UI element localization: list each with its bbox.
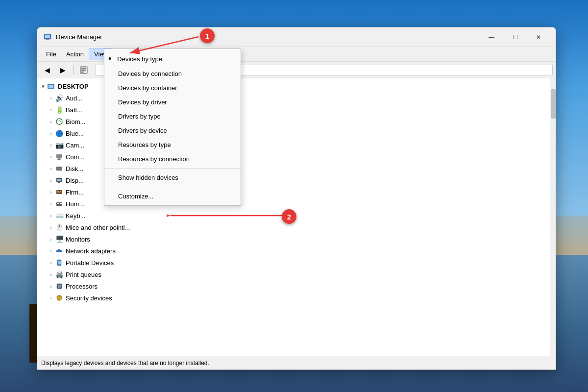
drivers-device-label: Drivers by device	[118, 127, 167, 134]
close-button[interactable]: ✕	[527, 30, 550, 45]
print-expand[interactable]: ›	[47, 272, 55, 277]
tree-item-processors[interactable]: › Processors	[37, 280, 135, 292]
root-label: DESKTOP	[58, 83, 89, 90]
biometric-expand[interactable]: ›	[47, 119, 55, 124]
menu-drivers-device[interactable]: Drivers by device	[104, 123, 241, 138]
tree-item-monitors[interactable]: › 🖥️ Monitors	[37, 233, 135, 245]
human-label: Hum...	[66, 200, 84, 208]
bluetooth-icon: 🔵	[55, 129, 64, 138]
tree-item-network[interactable]: › Network adapters	[37, 245, 135, 257]
svg-rect-2	[46, 39, 49, 40]
svg-rect-31	[58, 261, 61, 264]
svg-rect-1	[45, 35, 50, 38]
portable-label: Portable Devices	[66, 259, 114, 267]
firmware-icon	[55, 188, 64, 196]
devices-container-label: Devices by container	[118, 84, 177, 92]
security-icon: 🔒	[55, 294, 64, 302]
menu-devices-container[interactable]: Devices by container	[104, 81, 241, 95]
bluetooth-expand[interactable]: ›	[47, 131, 55, 136]
disk-expand[interactable]: ›	[47, 166, 55, 172]
computer-icon	[55, 152, 64, 161]
battery-label: Batt...	[66, 106, 82, 114]
tree-item-mice[interactable]: › 🖱️ Mice and other pointing devices	[37, 221, 135, 233]
menu-devices-type[interactable]: Devices by type	[104, 51, 241, 67]
menu-file[interactable]: File	[41, 49, 61, 60]
svg-point-32	[59, 265, 60, 266]
audio-icon: 🔊	[55, 94, 64, 102]
svg-rect-28	[56, 250, 62, 252]
forward-button[interactable]: ▶	[56, 64, 70, 76]
tree-item-print[interactable]: › 🖨️ Print queues	[37, 269, 135, 280]
tree-item-keyboard[interactable]: › ⌨️ Keyb...	[37, 210, 135, 221]
scrollbar-thumb[interactable]	[551, 89, 556, 119]
monitors-label: Monitors	[66, 236, 90, 243]
camera-icon: 📷	[55, 141, 64, 149]
biometric-label: Biom...	[66, 118, 85, 125]
battery-expand[interactable]: ›	[47, 107, 55, 113]
devices-type-label: Devices by type	[117, 55, 162, 63]
menu-show-hidden[interactable]: Show hidden devices	[104, 171, 241, 185]
resources-type-label: Resources by type	[118, 141, 171, 148]
tree-item-security[interactable]: › 🔒 Security devices	[37, 292, 135, 304]
tree-item-portable[interactable]: › Portable Devices	[37, 257, 135, 269]
customize-label: Customize...	[118, 193, 153, 200]
menu-devices-connection[interactable]: Devices by connection	[104, 67, 241, 81]
print-label: Print queues	[66, 271, 101, 278]
disk-icon	[55, 164, 64, 173]
svg-rect-24	[58, 203, 59, 204]
mice-expand[interactable]: ›	[47, 225, 55, 230]
properties-button[interactable]	[77, 64, 91, 76]
bluetooth-label: Blue...	[66, 130, 84, 137]
view-dropdown-menu: Devices by type Devices by connection De…	[104, 49, 241, 206]
monitors-expand[interactable]: ›	[47, 237, 55, 242]
toolbar-separator	[73, 65, 74, 75]
audio-expand[interactable]: ›	[47, 96, 55, 101]
computer-expand[interactable]: ›	[47, 154, 55, 160]
window-controls: — ☐ ✕	[480, 30, 550, 45]
menu-customize[interactable]: Customize...	[104, 189, 241, 203]
svg-rect-18	[56, 190, 62, 194]
svg-rect-25	[60, 203, 61, 204]
menu-drivers-type[interactable]: Drivers by type	[104, 109, 241, 123]
annotation-2: 2	[282, 209, 296, 224]
menu-action[interactable]: Action	[61, 49, 89, 60]
disk-label: Disk...	[66, 165, 83, 172]
vertical-scrollbar[interactable]	[550, 78, 556, 356]
maximize-button[interactable]: ☐	[504, 30, 526, 45]
svg-rect-17	[58, 182, 60, 183]
firmware-label: Firm...	[66, 189, 84, 196]
minimize-button[interactable]: —	[480, 30, 503, 45]
svg-rect-10	[56, 154, 62, 158]
root-expand-icon[interactable]: ▼	[39, 84, 47, 89]
svg-rect-5	[81, 70, 86, 71]
network-expand[interactable]: ›	[47, 248, 55, 254]
drivers-type-label: Drivers by type	[118, 113, 161, 120]
menu-resources-connection[interactable]: Resources by connection	[104, 152, 241, 166]
security-expand[interactable]: ›	[47, 295, 55, 301]
computer-label: Com...	[66, 153, 84, 161]
camera-label: Cam...	[66, 142, 84, 149]
resources-connection-label: Resources by connection	[118, 155, 190, 163]
menu-resources-type[interactable]: Resources by type	[104, 138, 241, 152]
keyboard-expand[interactable]: ›	[47, 213, 55, 219]
svg-rect-23	[57, 203, 58, 204]
human-expand[interactable]: ›	[47, 201, 55, 207]
devices-driver-label: Devices by driver	[118, 98, 167, 106]
firmware-expand[interactable]: ›	[47, 190, 55, 195]
processors-expand[interactable]: ›	[47, 284, 55, 289]
svg-text:🔒: 🔒	[58, 296, 62, 300]
portable-expand[interactable]: ›	[47, 260, 55, 266]
menu-devices-driver[interactable]: Devices by driver	[104, 95, 241, 109]
camera-expand[interactable]: ›	[47, 143, 55, 148]
back-button[interactable]: ◀	[40, 64, 54, 76]
annotation-1: 1	[200, 28, 215, 43]
mice-label: Mice and other pointing devices	[66, 224, 133, 231]
human-icon	[55, 199, 64, 208]
display-label: Disp...	[66, 177, 84, 184]
keyboard-icon: ⌨️	[55, 211, 64, 220]
display-expand[interactable]: ›	[47, 178, 55, 183]
svg-rect-19	[57, 191, 59, 192]
svg-rect-14	[57, 168, 62, 170]
devices-connection-label: Devices by connection	[118, 70, 182, 77]
window-title: Device Manager	[56, 33, 102, 41]
